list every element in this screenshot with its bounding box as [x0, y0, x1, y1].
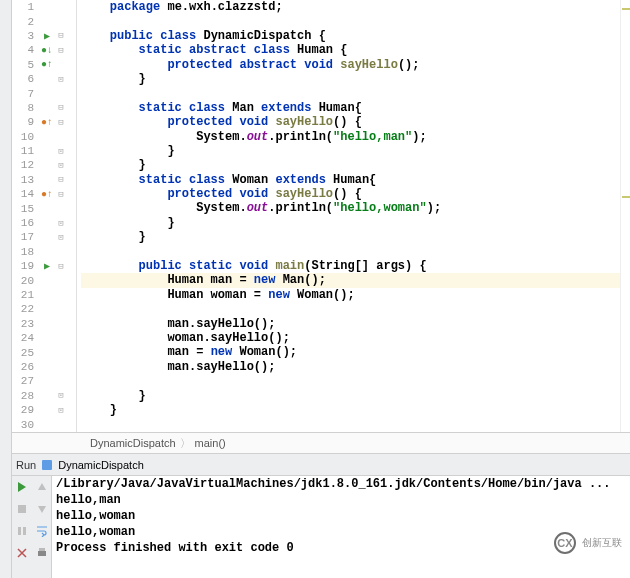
- gutter-icon[interactable]: ▶: [40, 260, 54, 272]
- code-area[interactable]: package me.wxh.clazzstd; public class Dy…: [77, 0, 620, 432]
- code-line[interactable]: }: [81, 158, 620, 172]
- gutter-icon[interactable]: ▶: [40, 30, 54, 42]
- code-line[interactable]: man = new Woman();: [81, 345, 620, 359]
- code-line[interactable]: static abstract class Human {: [81, 43, 620, 57]
- code-line[interactable]: protected abstract void sayHello();: [81, 58, 620, 72]
- code-line[interactable]: static class Woman extends Human{: [81, 173, 620, 187]
- fold-toggle[interactable]: ⊡: [54, 405, 68, 416]
- pause-icon[interactable]: [14, 523, 30, 539]
- stop-button[interactable]: [14, 501, 30, 517]
- error-stripe[interactable]: [620, 0, 630, 432]
- gutter-row[interactable]: 29⊡: [12, 403, 76, 417]
- gutter-row[interactable]: 8⊟: [12, 101, 76, 115]
- code-line[interactable]: public class DynamicDispatch {: [81, 29, 620, 43]
- down-button[interactable]: [34, 501, 50, 517]
- code-line[interactable]: protected void sayHello() {: [81, 187, 620, 201]
- fold-toggle[interactable]: ⊡: [54, 232, 68, 243]
- breadcrumb-class[interactable]: DynamicDispatch: [90, 437, 176, 449]
- gutter-row[interactable]: 4●↓⊟: [12, 43, 76, 57]
- stripe-mark[interactable]: [622, 8, 630, 10]
- code-line[interactable]: }: [81, 144, 620, 158]
- fold-toggle[interactable]: ⊡: [54, 74, 68, 85]
- code-line[interactable]: [81, 374, 620, 388]
- gutter-row[interactable]: 24: [12, 331, 76, 345]
- gutter-row[interactable]: 17⊡: [12, 230, 76, 244]
- fold-toggle[interactable]: ⊡: [54, 218, 68, 229]
- code-line[interactable]: woman.sayHello();: [81, 331, 620, 345]
- fold-toggle[interactable]: ⊟: [54, 30, 68, 41]
- code-line[interactable]: }: [81, 72, 620, 86]
- code-line[interactable]: }: [81, 216, 620, 230]
- up-button[interactable]: [34, 479, 50, 495]
- gutter-row[interactable]: 10: [12, 130, 76, 144]
- code-line[interactable]: man.sayHello();: [81, 360, 620, 374]
- gutter-row[interactable]: 16⊡: [12, 216, 76, 230]
- gutter-row[interactable]: 7: [12, 86, 76, 100]
- gutter-row[interactable]: 6⊡: [12, 72, 76, 86]
- code-line[interactable]: }: [81, 230, 620, 244]
- code-line[interactable]: Human man = new Man();: [81, 273, 620, 287]
- code-line[interactable]: [81, 14, 620, 28]
- gutter-row[interactable]: 15: [12, 201, 76, 215]
- code-line[interactable]: }: [81, 403, 620, 417]
- print-button[interactable]: [34, 545, 50, 561]
- code-line[interactable]: Human woman = new Woman();: [81, 288, 620, 302]
- code-line[interactable]: static class Man extends Human{: [81, 101, 620, 115]
- code-line[interactable]: [81, 417, 620, 431]
- gutter-icon[interactable]: ●↓: [40, 45, 54, 56]
- toggle-soft-wrap-button[interactable]: [34, 523, 50, 539]
- gutter-row[interactable]: 19▶⊟: [12, 259, 76, 273]
- code-line[interactable]: public static void main(String[] args) {: [81, 259, 620, 273]
- fold-toggle[interactable]: ⊟: [54, 102, 68, 113]
- gutter-row[interactable]: 27: [12, 374, 76, 388]
- gutter-row[interactable]: 1: [12, 0, 76, 14]
- gutter-row[interactable]: 18: [12, 245, 76, 259]
- code-line[interactable]: man.sayHello();: [81, 317, 620, 331]
- line-number: 5: [12, 59, 40, 71]
- code-line[interactable]: [81, 245, 620, 259]
- gutter-row[interactable]: 21: [12, 288, 76, 302]
- code-line[interactable]: package me.wxh.clazzstd;: [81, 0, 620, 14]
- code-line[interactable]: [81, 302, 620, 316]
- struct-tab[interactable]: [0, 0, 2, 8]
- gutter-row[interactable]: 9●↑⊟: [12, 115, 76, 129]
- fold-toggle[interactable]: ⊟: [54, 261, 68, 272]
- fold-toggle[interactable]: ⊡: [54, 390, 68, 401]
- editor-gutter[interactable]: 123▶⊟4●↓⊟5●↑6⊡78⊟9●↑⊟1011⊡12⊡13⊟14●↑⊟151…: [12, 0, 77, 432]
- fold-toggle[interactable]: ⊡: [54, 160, 68, 171]
- code-line[interactable]: protected void sayHello() {: [81, 115, 620, 129]
- fold-toggle[interactable]: ⊡: [54, 146, 68, 157]
- gutter-row[interactable]: 11⊡: [12, 144, 76, 158]
- console-output[interactable]: /Library/Java/JavaVirtualMachines/jdk1.8…: [52, 476, 630, 578]
- code-line[interactable]: }: [81, 389, 620, 403]
- gutter-icon[interactable]: ●↑: [40, 117, 54, 128]
- breadcrumb[interactable]: DynamicDispatch 〉 main(): [12, 432, 630, 454]
- gutter-row[interactable]: 13⊟: [12, 173, 76, 187]
- gutter-row[interactable]: 25: [12, 345, 76, 359]
- fold-toggle[interactable]: ⊟: [54, 174, 68, 185]
- stripe-mark[interactable]: [622, 196, 630, 198]
- gutter-icon[interactable]: ●↑: [40, 189, 54, 200]
- gutter-row[interactable]: 3▶⊟: [12, 29, 76, 43]
- gutter-row[interactable]: 22: [12, 302, 76, 316]
- gutter-row[interactable]: 30: [12, 417, 76, 431]
- gutter-row[interactable]: 12⊡: [12, 158, 76, 172]
- close-button[interactable]: [14, 545, 30, 561]
- fold-toggle[interactable]: ⊟: [54, 117, 68, 128]
- fold-toggle[interactable]: ⊟: [54, 45, 68, 56]
- gutter-icon[interactable]: ●↑: [40, 59, 54, 70]
- breadcrumb-method[interactable]: main(): [195, 437, 226, 449]
- gutter-row[interactable]: 14●↑⊟: [12, 187, 76, 201]
- gutter-row[interactable]: 20: [12, 273, 76, 287]
- left-tool-tabs[interactable]: [0, 0, 12, 578]
- rerun-button[interactable]: [14, 479, 30, 495]
- gutter-row[interactable]: 5●↑: [12, 58, 76, 72]
- code-line[interactable]: System.out.println("hello,woman");: [81, 201, 620, 215]
- gutter-row[interactable]: 28⊡: [12, 389, 76, 403]
- fold-toggle[interactable]: ⊟: [54, 189, 68, 200]
- gutter-row[interactable]: 2: [12, 14, 76, 28]
- gutter-row[interactable]: 26: [12, 360, 76, 374]
- gutter-row[interactable]: 23: [12, 317, 76, 331]
- code-line[interactable]: System.out.println("hello,man");: [81, 130, 620, 144]
- code-line[interactable]: [81, 86, 620, 100]
